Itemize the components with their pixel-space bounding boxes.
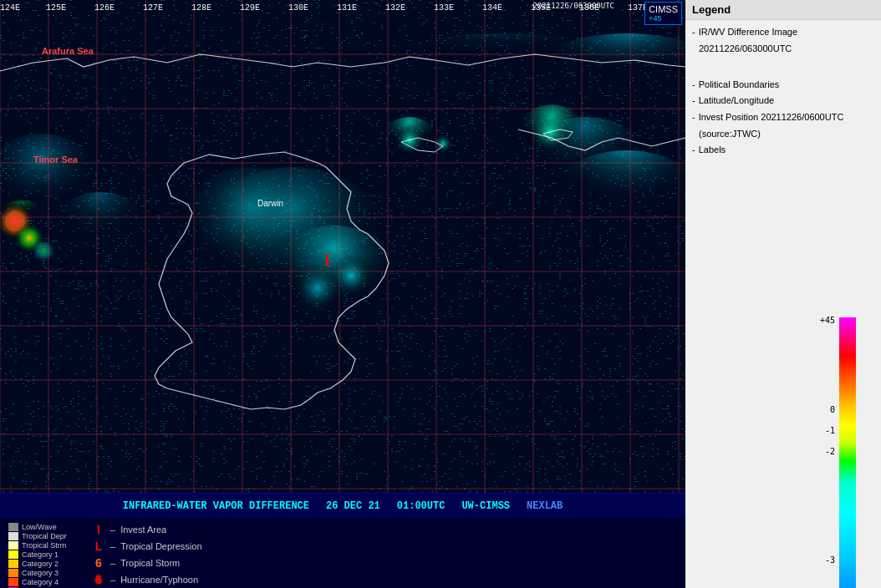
- legend-item-2: 20211226/063000UTC: [692, 42, 874, 57]
- scale-label-45: +45: [820, 316, 835, 325]
- td-label: Tropical Depression: [120, 541, 201, 551]
- cat-3: Category 3: [8, 569, 75, 577]
- legend-item-7: - Labels: [692, 143, 874, 158]
- cat-swatch-2: [8, 560, 18, 568]
- legend-title: Legend: [685, 0, 881, 20]
- sym-invest: I – Invest Area: [92, 523, 677, 536]
- symbol-legend: I – Invest Area L – Tropical Depression …: [92, 523, 677, 583]
- scale-bar: [839, 317, 856, 588]
- sym-td: L – Tropical Depression: [92, 540, 677, 553]
- invest-symbol: I: [92, 523, 105, 536]
- sym-ts: 6 – Tropical Storm: [92, 556, 677, 570]
- image-timestamp: 20211226/063000UTC: [532, 2, 614, 10]
- cat-label-low: Low/Wave: [22, 523, 57, 531]
- category-colors: Low/Wave Tropical Depr Tropical Strm Cat…: [8, 523, 75, 583]
- hurricane-label: Hurricane/Typhoon: [120, 575, 198, 585]
- cat-low-wave: Low/Wave: [8, 523, 75, 531]
- lon-132: 132E: [385, 3, 405, 13]
- ts-symbol: 6: [92, 556, 105, 570]
- color-scale-area: +45 0 -1 -2 -3 -4 -4.5 IR-WV(deg C): [685, 309, 881, 588]
- cat-4: Category 4: [8, 578, 75, 586]
- scale-label-3: -3: [825, 555, 835, 565]
- cat-label-ts: Tropical Strm: [22, 541, 66, 550]
- cat-tropical-strm: Tropical Strm: [8, 541, 75, 550]
- lon-134: 134E: [482, 3, 502, 13]
- legend-text-4: Latitude/Longitude: [699, 94, 775, 109]
- status-bar: INFRARED-WATER VAPOR DIFFERENCE 26 DEC 2…: [0, 493, 685, 518]
- bottom-legend: Low/Wave Tropical Depr Tropical Strm Cat…: [0, 518, 685, 588]
- legend-dash-3: -: [692, 78, 695, 93]
- cat-swatch-td: [8, 532, 18, 540]
- dash-td: –: [110, 541, 115, 551]
- cat-swatch-1: [8, 550, 18, 559]
- legend-item-1: - IR/WV Difference Image: [692, 25, 874, 40]
- invest-label: Invest Area: [120, 525, 166, 535]
- lon-127: 127E: [143, 3, 163, 13]
- dash-invest: –: [110, 525, 115, 535]
- cat-swatch-4: [8, 578, 18, 586]
- invest-marker: I: [324, 252, 330, 270]
- legend-item-5: - Invest Position 20211226/0600UTC: [692, 110, 874, 125]
- legend-timestamp: 20211226/063000UTC: [699, 42, 792, 57]
- legend-source: (source:JTWC): [699, 127, 761, 142]
- lon-131: 131E: [337, 3, 357, 13]
- legend-text-5: Invest Position 20211226/0600UTC: [699, 110, 844, 125]
- legend-text-3: Political Boundaries: [699, 78, 780, 93]
- cat-swatch-ts: [8, 541, 18, 550]
- scale-label-0: 0: [830, 405, 835, 414]
- main-container: 124E 125E 126E 127E 128E 129E 130E 131E …: [0, 0, 881, 588]
- td-symbol: L: [92, 540, 105, 553]
- cat-1: Category 1: [8, 550, 75, 559]
- nexlab-link[interactable]: NEXLAB: [527, 500, 563, 512]
- arafura-sea-label: Arafura Sea: [42, 46, 94, 56]
- legend-dash-4: -: [692, 94, 695, 109]
- product-label: INFRARED-WATER VAPOR DIFFERENCE: [123, 500, 309, 512]
- cat-swatch-3: [8, 569, 18, 577]
- cimss-scale: +45: [649, 14, 678, 23]
- legend-text-1: IR/WV Difference Image: [699, 25, 797, 40]
- cat-swatch-low: [8, 523, 18, 531]
- cat-2: Category 2: [8, 560, 75, 568]
- cat-label-4: Category 4: [22, 578, 59, 586]
- legend-item-4: - Latitude/Longitude: [692, 94, 874, 109]
- satellite-canvas: [0, 0, 685, 493]
- cat-label-1: Category 1: [22, 550, 59, 559]
- time-label: 01:00UTC: [397, 500, 446, 512]
- satellite-image: 124E 125E 126E 127E 128E 129E 130E 131E …: [0, 0, 685, 493]
- hurricane-symbol: 6: [92, 573, 105, 586]
- source-label: UW-CIMSS: [461, 500, 510, 512]
- scale-label-2: -2: [825, 447, 835, 456]
- legend-text-7: Labels: [699, 143, 726, 158]
- lon-129: 129E: [240, 3, 260, 13]
- legend-spacer-1: [692, 59, 874, 74]
- dash-hurricane: –: [110, 575, 115, 585]
- cat-tropical-depr: Tropical Depr: [8, 532, 75, 540]
- lon-128: 128E: [191, 3, 211, 13]
- cat-label-3: Category 3: [22, 569, 59, 577]
- lon-125: 125E: [46, 3, 66, 13]
- date-label: 26 DEC 21: [326, 500, 380, 512]
- legend-item-3: - Political Boundaries: [692, 78, 874, 93]
- darwin-label: Darwin: [257, 199, 283, 208]
- cat-label-td: Tropical Depr: [22, 532, 67, 540]
- timor-sea-label: Timor Sea: [33, 155, 78, 165]
- legend-content: - IR/WV Difference Image 20211226/063000…: [685, 20, 881, 309]
- dash-ts: –: [110, 558, 115, 568]
- legend-dash-1: -: [692, 25, 695, 40]
- sym-hurricane: 6 – Hurricane/Typhoon: [92, 573, 677, 586]
- lon-133: 133E: [434, 3, 454, 13]
- cimss-logo: CIMSS +45: [644, 2, 682, 25]
- legend-dash-7: -: [692, 143, 695, 158]
- legend-dash-5: -: [692, 110, 695, 125]
- legend-section: Legend - IR/WV Difference Image 20211226…: [685, 0, 881, 588]
- cat-label-2: Category 2: [22, 560, 59, 568]
- ts-label: Tropical Storm: [120, 558, 180, 568]
- lon-124: 124E: [0, 3, 20, 13]
- scale-label-1: -1: [825, 426, 835, 435]
- cimss-text: CIMSS: [649, 4, 678, 14]
- legend-item-6: (source:JTWC): [692, 127, 874, 142]
- lon-130: 130E: [288, 3, 308, 13]
- lon-126: 126E: [94, 3, 115, 13]
- map-section: 124E 125E 126E 127E 128E 129E 130E 131E …: [0, 0, 685, 588]
